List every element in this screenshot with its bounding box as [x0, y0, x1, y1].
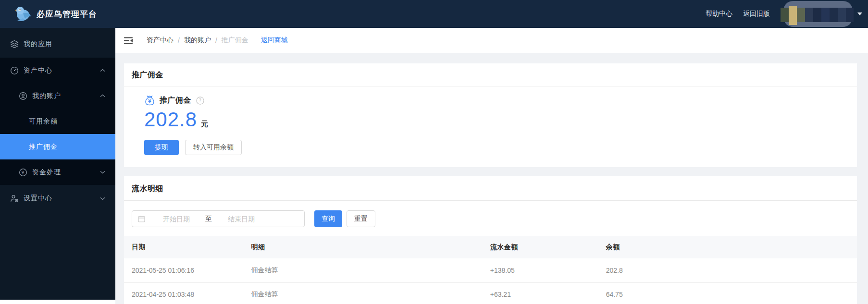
- commission-amount: 202.8: [144, 108, 197, 131]
- app-title: 必应鸟管理平台: [37, 9, 97, 20]
- chevron-up-icon: [100, 94, 105, 97]
- flow-detail-card: 流水明细 至 查询 重置: [124, 176, 857, 304]
- cell-flow-amount: +138.05: [483, 258, 598, 282]
- calendar-icon: [138, 215, 145, 222]
- sidebar-item-label: 设置中心: [24, 194, 100, 203]
- flow-filter-row: 至 查询 重置: [132, 210, 849, 227]
- reset-button[interactable]: 重置: [347, 210, 375, 227]
- main-area: 资产中心 / 我的账户 / 推广佣金 返回商城 推广佣金 ¥: [115, 28, 868, 304]
- sidebar-item-label: 资产中心: [24, 66, 100, 75]
- breadcrumb-separator: /: [178, 36, 180, 44]
- cell-detail: 佣金结算: [244, 258, 483, 282]
- yuan-circle-icon: ¥: [19, 168, 27, 177]
- dashboard-icon: [10, 66, 19, 75]
- commission-card-title: 推广佣金: [124, 63, 857, 86]
- sidebar-item-my-apps[interactable]: 我的应用: [0, 31, 115, 58]
- range-separator: 至: [205, 215, 212, 223]
- menu-fold-icon[interactable]: [124, 37, 133, 44]
- date-range-picker[interactable]: 至: [132, 210, 305, 227]
- sidebar-item-my-account[interactable]: 我的账户: [0, 83, 115, 109]
- top-bar: 必应鸟管理平台 帮助中心 返回旧版: [0, 0, 868, 28]
- svg-text:¥: ¥: [21, 170, 25, 175]
- commission-card: 推广佣金 ¥ 推广佣金 ?: [124, 63, 857, 167]
- chevron-up-icon: [100, 69, 105, 72]
- layers-icon: [10, 40, 19, 49]
- sidebar-item-promotion-commission[interactable]: 推广佣金: [0, 134, 115, 159]
- bird-logo-icon: [13, 6, 32, 22]
- breadcrumb-bar: 资产中心 / 我的账户 / 推广佣金 返回商城: [115, 28, 868, 53]
- user-gear-icon: [10, 194, 19, 203]
- sidebar-nav: 我的应用 资产中心 我的: [0, 28, 115, 300]
- chevron-down-icon: [100, 197, 105, 200]
- column-header-date: 日期: [124, 236, 244, 258]
- help-center-link[interactable]: 帮助中心: [706, 10, 732, 18]
- sidebar-item-label: 我的账户: [32, 92, 100, 100]
- cell-detail: 佣金结算: [244, 282, 483, 304]
- sidebar-item-label: 可用余额: [29, 117, 115, 126]
- back-to-mall-link[interactable]: 返回商城: [261, 36, 288, 45]
- caret-down-icon: [857, 12, 862, 15]
- end-date-input[interactable]: [212, 215, 315, 223]
- sidebar-item-available-balance[interactable]: 可用余额: [0, 109, 115, 134]
- table-row: 2021-04-25 01:03:48 佣金结算 +63.21 64.75: [124, 282, 857, 304]
- brand: 必应鸟管理平台: [0, 6, 97, 22]
- withdraw-button[interactable]: 提现: [144, 140, 179, 155]
- help-question-icon[interactable]: ?: [196, 97, 204, 105]
- svg-text:?: ?: [199, 98, 201, 103]
- chevron-down-icon: [100, 170, 105, 174]
- breadcrumb-current: 推广佣金: [222, 36, 248, 45]
- user-circle-icon: [19, 92, 27, 100]
- cell-date: 2021-05-25 01:06:16: [124, 258, 244, 282]
- start-date-input[interactable]: [145, 215, 205, 223]
- table-header-row: 日期 明细 流水金额 余额: [124, 236, 857, 258]
- column-header-detail: 明细: [244, 236, 483, 258]
- breadcrumb-separator: /: [215, 36, 217, 44]
- table-row: 2021-05-25 01:06:16 佣金结算 +138.05 202.8: [124, 258, 857, 282]
- svg-text:¥: ¥: [148, 99, 151, 104]
- flow-table: 日期 明细 流水金额 余额 2021-05-25 01:06:16 佣金结算 +…: [124, 236, 857, 304]
- sidebar-item-label: 资金处理: [32, 168, 100, 177]
- column-header-balance: 余额: [598, 236, 857, 258]
- amount-unit: 元: [201, 120, 208, 129]
- sidebar-item-asset-center[interactable]: 资产中心: [0, 58, 115, 83]
- cell-flow-amount: +63.21: [483, 282, 598, 304]
- breadcrumb: 资产中心 / 我的账户 / 推广佣金: [147, 36, 248, 45]
- asset-center-submenu: 资产中心 我的账户 可用余额 推广佣金: [0, 58, 115, 185]
- money-bag-icon: ¥: [144, 95, 155, 106]
- column-header-flow-amount: 流水金额: [483, 236, 598, 258]
- flow-card-title: 流水明细: [124, 176, 857, 201]
- sidebar-item-label: 我的应用: [24, 40, 115, 49]
- cell-date: 2021-04-25 01:03:48: [124, 282, 244, 304]
- redacted-user-info: [781, 0, 854, 28]
- sidebar-item-settings-center[interactable]: 设置中心: [0, 185, 115, 212]
- breadcrumb-my-account[interactable]: 我的账户: [184, 36, 211, 45]
- commission-label: 推广佣金: [160, 96, 191, 106]
- breadcrumb-asset-center[interactable]: 资产中心: [147, 36, 174, 45]
- sidebar-item-label: 推广佣金: [29, 143, 115, 151]
- query-button[interactable]: 查询: [314, 210, 342, 227]
- back-old-version-link[interactable]: 返回旧版: [743, 10, 770, 18]
- cell-balance: 202.8: [598, 258, 857, 282]
- user-account-menu[interactable]: [781, 0, 862, 28]
- transfer-to-balance-button[interactable]: 转入可用余额: [185, 140, 242, 155]
- cell-balance: 64.75: [598, 282, 857, 304]
- sidebar-item-fund-processing[interactable]: ¥ 资金处理: [0, 159, 115, 185]
